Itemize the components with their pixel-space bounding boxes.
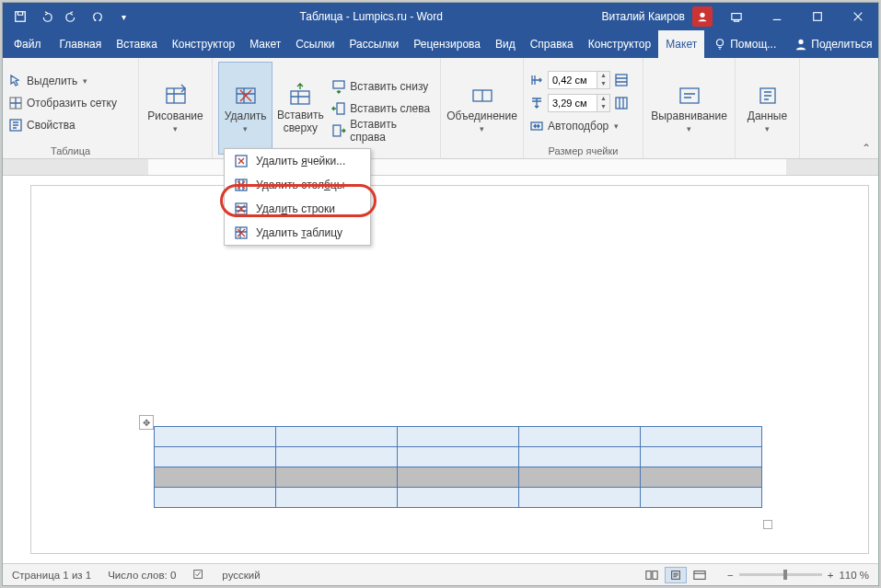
distribute-cols-icon[interactable] — [614, 96, 629, 110]
group-label-table: Таблица — [8, 144, 133, 156]
insert-below-label: Вставить снизу — [350, 80, 428, 93]
col-width-input[interactable]: ▲▼ — [548, 94, 610, 112]
group-label-draw — [145, 155, 206, 156]
svg-rect-0 — [16, 12, 26, 22]
gridlines-button[interactable]: Отобразить сетку — [8, 93, 117, 113]
group-label-data — [741, 155, 794, 156]
status-page[interactable]: Страница 1 из 1 — [12, 570, 91, 581]
insert-left-button[interactable]: Вставить слева — [331, 98, 435, 119]
view-web-layout-icon[interactable] — [689, 567, 711, 583]
svg-rect-16 — [616, 98, 627, 109]
draw-table-button[interactable]: Рисование ▾ — [148, 62, 203, 155]
zoom-level[interactable]: 110 % — [839, 570, 869, 581]
distribute-rows-icon[interactable] — [614, 73, 629, 87]
delete-dropdown-menu: Удалить ячейки... Удалить столбцы Удалит… — [224, 148, 371, 246]
close-button[interactable] — [838, 3, 878, 30]
draw-label: Рисование — [147, 110, 203, 122]
minimize-button[interactable] — [757, 3, 797, 30]
user-avatar-icon[interactable] — [692, 6, 713, 27]
zoom-out-button[interactable]: − — [727, 570, 734, 581]
status-words[interactable]: Число слов: 0 — [108, 570, 176, 581]
menu-delete-columns[interactable]: Удалить столбцы — [225, 173, 370, 197]
tell-me-label: Помощ... — [730, 38, 776, 51]
svg-point-4 — [717, 40, 724, 46]
svg-rect-28 — [694, 571, 705, 579]
group-label-align — [649, 155, 729, 156]
tab-file[interactable]: Файл — [3, 30, 52, 58]
tab-help[interactable]: Справка — [523, 30, 581, 58]
table-row[interactable] — [155, 427, 762, 447]
view-read-mode-icon[interactable] — [641, 567, 663, 583]
tab-design[interactable]: Конструктор — [165, 30, 242, 58]
share-label: Поделиться — [811, 38, 872, 51]
user-name: Виталий Каиров — [601, 10, 685, 23]
tab-home[interactable]: Главная — [52, 30, 110, 58]
collapse-ribbon-icon[interactable]: ⌃ — [862, 142, 871, 155]
table-resize-handle-icon[interactable] — [763, 520, 772, 529]
select-button[interactable]: Выделить▾ — [8, 71, 117, 91]
alignment-label: Выравнивание — [651, 110, 727, 122]
row-height-icon — [529, 73, 544, 87]
svg-rect-15 — [616, 75, 627, 86]
svg-rect-25 — [646, 571, 651, 579]
table-row[interactable] — [155, 488, 762, 508]
horizontal-ruler[interactable] — [3, 159, 878, 176]
ribbon-display-icon[interactable] — [716, 3, 757, 30]
tab-view[interactable]: Вид — [488, 30, 523, 58]
menu-delete-rows[interactable]: Удалить строки — [225, 197, 370, 221]
group-label-size: Размер ячейки — [529, 144, 637, 156]
view-print-layout-icon[interactable] — [665, 567, 687, 583]
svg-rect-18 — [680, 88, 699, 103]
window-title: Таблица - Lumpics.ru - Word — [141, 10, 601, 23]
zoom-slider[interactable] — [739, 573, 822, 576]
autofit-label: Автоподбор — [548, 120, 609, 133]
qat-save-icon[interactable] — [8, 5, 32, 29]
svg-rect-10 — [291, 91, 309, 104]
share-button[interactable]: Поделиться — [785, 30, 881, 58]
merge-button[interactable]: Объединение ▾ — [455, 62, 510, 155]
table-row[interactable] — [155, 447, 762, 467]
properties-button[interactable]: Свойства — [8, 115, 117, 135]
qat-customize-icon[interactable]: ▾ — [111, 5, 135, 29]
row-height-input[interactable]: ▲▼ — [548, 71, 610, 89]
qat-symbol-icon[interactable] — [86, 5, 110, 29]
delete-label: Удалить — [225, 110, 267, 122]
data-label: Данные — [748, 110, 787, 122]
merge-label: Объединение — [446, 110, 517, 122]
autofit-button[interactable]: Автоподбор▾ — [529, 116, 629, 136]
menu-delete-cells[interactable]: Удалить ячейки... — [225, 149, 370, 173]
properties-label: Свойства — [27, 119, 75, 132]
svg-rect-12 — [337, 103, 344, 114]
alignment-button[interactable]: Выравнивание ▾ — [662, 62, 717, 155]
tab-insert[interactable]: Вставка — [109, 30, 165, 58]
gridlines-label: Отобразить сетку — [27, 97, 117, 110]
menu-delete-table[interactable]: Удалить таблицу — [225, 221, 370, 245]
group-label-merge — [446, 155, 517, 156]
col-width-icon — [529, 96, 544, 110]
select-label: Выделить — [27, 75, 77, 87]
qat-redo-icon[interactable] — [60, 5, 84, 29]
table-move-handle-icon[interactable]: ✥ — [139, 415, 154, 430]
tell-me[interactable]: Помощ... — [704, 30, 785, 58]
tab-references[interactable]: Ссылки — [288, 30, 342, 58]
insert-right-label: Вставить справа — [350, 118, 435, 144]
svg-rect-11 — [333, 81, 344, 88]
status-spellcheck-icon[interactable] — [192, 568, 205, 582]
maximize-button[interactable] — [797, 3, 838, 30]
insert-above-button[interactable]: Вставить сверху — [272, 62, 328, 155]
status-language[interactable]: русский — [222, 570, 260, 581]
delete-button[interactable]: Удалить ▾ — [218, 62, 272, 155]
table-row-selected[interactable] — [155, 467, 762, 488]
insert-below-button[interactable]: Вставить снизу — [331, 76, 435, 97]
svg-point-5 — [799, 40, 804, 44]
tab-layout[interactable]: Макет — [242, 30, 288, 58]
insert-right-button[interactable]: Вставить справа — [331, 121, 435, 141]
zoom-in-button[interactable]: + — [828, 570, 834, 581]
tab-review[interactable]: Рецензирова — [406, 30, 488, 58]
document-table[interactable] — [154, 426, 762, 508]
tab-table-layout[interactable]: Макет — [658, 30, 704, 58]
tab-table-design[interactable]: Конструктор — [581, 30, 658, 58]
tab-mailings[interactable]: Рассылки — [342, 30, 406, 58]
data-button[interactable]: Данные ▾ — [741, 62, 794, 155]
qat-undo-icon[interactable] — [34, 5, 58, 29]
